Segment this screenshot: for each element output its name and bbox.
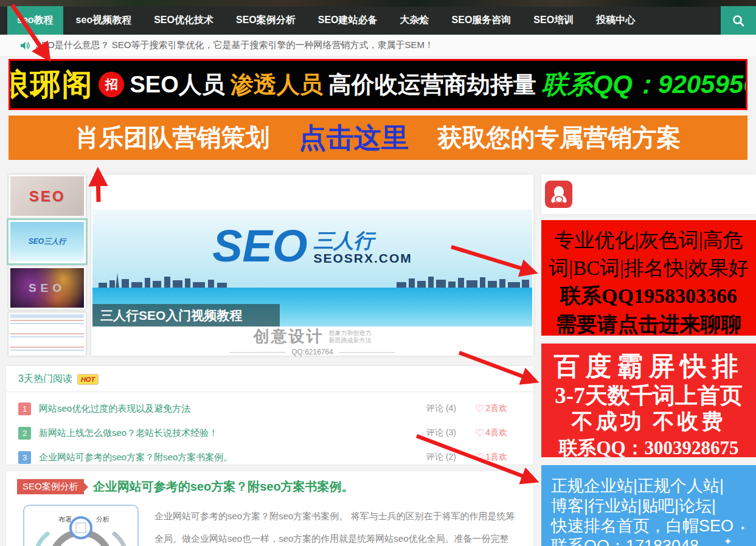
hot-reading-list: 1 网站seo优化过度的表现以及避免方法 评论 (4) ♡2喜欢 2 新网站上线… <box>6 392 533 465</box>
ad-baidu-fast-ranking[interactable]: 百度霸屏快排 3-7天数千词上首页 不成功 不收费 联系QQ：300392867… <box>541 344 756 457</box>
ad-line: 3-7天数千词上首页 <box>541 382 756 409</box>
rank-badge-1: 1 <box>18 403 31 415</box>
slider-thumb-2-active[interactable]: SEO三人行 <box>9 220 86 263</box>
logo-seo-text: SEO <box>212 227 307 266</box>
ad-line: 不成功 不收费 <box>541 409 756 435</box>
list-item: 1 网站seo优化过度的表现以及避免方法 评论 (4) ♡2喜欢 <box>18 401 522 416</box>
hot-article-link[interactable]: 网站seo优化过度的表现以及避免方法 <box>39 403 190 415</box>
main-slider-card: SEO 三人行 SEOSRX.COM 三人行SEO入门视频教程 创意设计 想象力… <box>91 175 533 356</box>
ad-line: 快速排名首页，白帽SEO <box>551 516 746 536</box>
divider-line <box>339 352 395 353</box>
slider-thumb-2-image: SEO三人行 <box>10 222 84 261</box>
nav-spacer <box>648 6 721 35</box>
ad-line: 百度霸屏快排 <box>541 351 756 382</box>
likes-count[interactable]: ♡4喜欢 <box>475 427 522 440</box>
nav-item-seo-case-analysis[interactable]: SEO案例分析 <box>226 6 305 35</box>
list-item: 2 新网站上线怎么做seo？老站长说技术经验！ 评论 (3) ♡4喜欢 <box>18 425 522 441</box>
slider-thumb-1-image: SEO <box>10 176 84 216</box>
speaker-icon <box>20 41 30 50</box>
slider-thumb-4[interactable] <box>9 313 86 356</box>
comments-count: 评论 (2) <box>426 452 475 463</box>
nav-item-seo-tutorial[interactable]: seo教程 <box>7 6 63 35</box>
nav-item-seo-site-building[interactable]: SEO建站必备 <box>308 6 387 35</box>
banner-qq-contact: 联系QQ：9205956 <box>542 67 747 102</box>
qq-penguin-icon <box>550 185 568 204</box>
ad-line: 需要请点击进来聊聊 <box>541 310 756 339</box>
ad-line: 博客|行业站|贴吧|论坛| <box>551 496 746 516</box>
slider-thumb-3[interactable]: SEO <box>9 266 86 309</box>
nav-item-misc[interactable]: 大杂烩 <box>390 6 439 35</box>
logo-sub-text: 三人行 <box>313 230 412 251</box>
sparkle-icon: ✦ <box>740 525 745 531</box>
page: seo教程 seo视频教程 SEO优化技术 SEO案例分析 SEO建站必备 大杂… <box>0 0 756 546</box>
slider-thumb-1[interactable]: SEO <box>9 175 86 218</box>
hot-article-link[interactable]: 新网站上线怎么做seo？老站长说技术经验！ <box>39 427 218 439</box>
designer-brand-text: 创意设计 <box>254 326 324 347</box>
ad-qq-line: 联系QQ：17183048 <box>551 536 746 546</box>
category-badge[interactable]: SEO案例分析 <box>17 479 84 494</box>
article-excerpt: 企业网站可参考的seo方案？附seo方案书案例。 将军与士兵的区别在于将军的作用… <box>154 505 517 546</box>
article-thumbnail[interactable]: 布署 分析 <box>23 505 139 546</box>
banner-langyage-recruit[interactable]: 琅琊阁 招 SEO人员 渗透人员 高价收运营商劫持量 联系QQ：9205956 <box>9 59 747 110</box>
divider-line <box>229 352 285 353</box>
slide-seosrx[interactable]: SEO 三人行 SEOSRX.COM 三人行SEO入门视频教程 <box>92 210 532 327</box>
sparkle-icon: ✦ <box>724 536 732 546</box>
slide-caption-link[interactable]: 三人行SEO入门视频教程 <box>92 304 280 327</box>
banner-team-text: 肖乐团队营销策划 <box>75 121 270 154</box>
ad-grey-words-seo[interactable]: 专业优化|灰色词|高危 词|BC词|排名快|效果好 联系QQ1958303366… <box>541 220 756 336</box>
nav-item-seo-optimization[interactable]: SEO优化技术 <box>144 6 223 35</box>
banner-seg-traffic: 高价收运营商劫持量 <box>328 69 536 100</box>
notice-text: SEO是什么意思？ SEO等于搜索引擎优化，它是基于搜索引擎的一种网络营销方式，… <box>35 40 434 51</box>
seo-process-diagram: 布署 分析 <box>24 506 137 546</box>
logo-domain-text: SEOSRX.COM <box>313 251 412 266</box>
rank-badge-3: 3 <box>18 451 31 464</box>
banner-plan-text: 获取您的专属营销方案 <box>438 121 681 154</box>
hot-article-link[interactable]: 企业网站可参考的seo方案？附seo方案书案例。 <box>39 452 232 463</box>
banner-seg-pentest-staff: 渗透人员 <box>231 69 323 100</box>
nav-item-seo-video[interactable]: seo视频教程 <box>66 6 142 35</box>
thumb-seo-text: SEO <box>29 188 66 205</box>
ad-line: 词|BC词|排名快|效果好 <box>541 254 756 282</box>
slide-designer-footer: 创意设计 想象力和创造力 新思路成新方法 QQ:6216764 <box>92 327 532 356</box>
banner-brand-text: 琅琊阁 <box>9 64 93 105</box>
designer-tagline-1: 想象力和创造力 <box>329 330 372 337</box>
heart-icon: ♡ <box>475 403 484 415</box>
banner-click-here: 点击这里 <box>299 120 409 156</box>
recruit-badge: 招 <box>99 72 124 97</box>
notice-bar: SEO是什么意思？ SEO等于搜索引擎优化，它是基于搜索引擎的一种网络营销方式，… <box>0 35 756 57</box>
thumb-seosrx-text: SEO三人行 <box>29 237 66 247</box>
article-card: SEO案例分析 企业网站可参考的seo方案？附seo方案书案例。 布署 <box>6 471 533 546</box>
banner-xiaole-marketing[interactable]: 肖乐团队营销策划 点击这里 获取您的专属营销方案 <box>9 116 747 160</box>
main-menu: seo教程 seo视频教程 SEO优化技术 SEO案例分析 SEO建站必备 大杂… <box>0 6 756 35</box>
search-icon <box>732 14 745 27</box>
heart-icon: ♡ <box>475 451 484 464</box>
ad-whitehat-seo[interactable]: 正规企业站|正规个人站| 博客|行业站|贴吧|论坛| 快速排名首页，白帽SEO … <box>541 465 756 546</box>
designer-tagline-2: 新思路成新方法 <box>329 337 372 344</box>
hot-reading-card: 3天热门阅读 HOT 1 网站seo优化过度的表现以及避免方法 评论 (4) ♡… <box>6 366 533 465</box>
slider-thumb-4-image <box>10 314 84 354</box>
nav-item-seo-training[interactable]: SEO培训 <box>524 6 583 35</box>
city-skyline-graphic <box>92 272 532 288</box>
article-body: 布署 分析 企业网站可参考的seo方案？附seo方案书案例。 将军与士兵的区别在… <box>17 505 521 546</box>
likes-count[interactable]: ♡2喜欢 <box>475 403 522 415</box>
comments-count: 评论 (3) <box>426 427 475 438</box>
nav-item-submission-center[interactable]: 投稿中心 <box>586 6 645 35</box>
heart-icon: ♡ <box>475 427 484 440</box>
comments-count: 评论 (4) <box>426 403 475 414</box>
hot-reading-header: 3天热门阅读 HOT <box>6 366 533 392</box>
likes-count[interactable]: ♡1喜欢 <box>475 451 522 464</box>
ad-qq-line: 联系QQ：3003928675 <box>541 435 756 461</box>
qq-contact-button[interactable] <box>545 181 572 208</box>
ad-line: 专业优化|灰色词|高危 <box>541 226 756 254</box>
hot-reading-title: 3天热门阅读 <box>18 373 72 385</box>
nav-item-seo-service[interactable]: SEO服务咨询 <box>442 6 521 35</box>
designer-qq-text: QQ:6216764 <box>291 348 333 356</box>
search-button[interactable] <box>721 6 756 35</box>
diagram-label-right: 分析 <box>96 516 109 523</box>
ad-qq-line: 联系QQ1958303366 <box>541 282 756 310</box>
ad-line: 正规企业站|正规个人站| <box>551 476 746 496</box>
article-title-link[interactable]: 企业网站可参考的seo方案？附seo方案书案例。 <box>93 479 354 495</box>
article-header: SEO案例分析 企业网站可参考的seo方案？附seo方案书案例。 <box>17 479 521 495</box>
diagram-label-left: 布署 <box>58 516 72 523</box>
list-item: 3 企业网站可参考的seo方案？附seo方案书案例。 评论 (2) ♡1喜欢 <box>18 449 522 465</box>
